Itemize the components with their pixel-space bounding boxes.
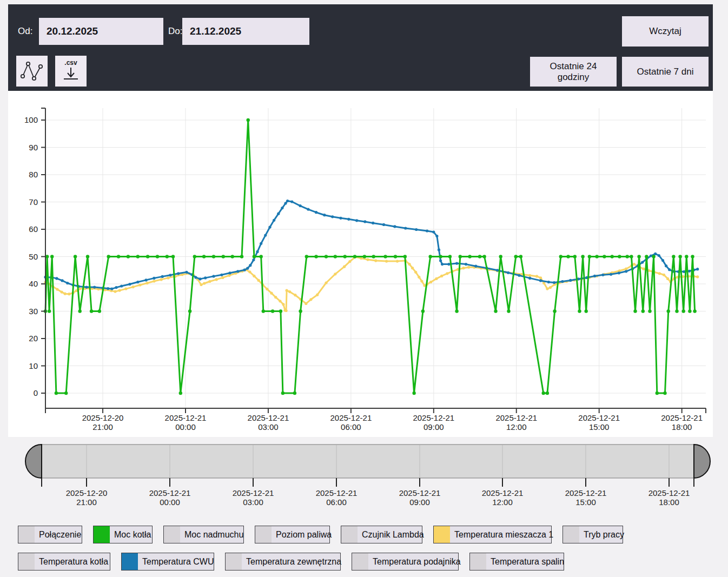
series-marker-temperatura-cwu xyxy=(455,262,458,265)
series-marker-temperatura-cwu xyxy=(618,271,620,274)
series-marker-temperatura-mieszacza-1 xyxy=(633,263,636,266)
series-marker-moc-kot-a xyxy=(166,255,169,258)
series-marker-moc-kot-a xyxy=(546,392,549,395)
series-marker-moc-kot-a xyxy=(55,392,58,395)
series-marker-temperatura-cwu xyxy=(696,268,699,270)
series-marker-temperatura-cwu xyxy=(447,263,450,266)
axis-tick-label: 100 xyxy=(24,115,38,124)
axis-tick-label: 12:00 xyxy=(492,498,513,507)
series-marker-moc-kot-a xyxy=(581,255,584,258)
series-marker-moc-kot-a xyxy=(421,309,425,313)
series-marker-temperatura-mieszacza-1 xyxy=(414,271,417,274)
series-marker-temperatura-cwu xyxy=(198,277,201,280)
series-marker-temperatura-cwu xyxy=(507,271,509,274)
scrollbar-right-handle[interactable] xyxy=(694,445,710,478)
series-marker-temperatura-mieszacza-1 xyxy=(420,280,423,282)
legend-button-poziom-paliwa[interactable]: Poziom paliwa xyxy=(255,526,330,543)
series-marker-temperatura-mieszacza-1 xyxy=(288,290,291,293)
legend-button-temperatura-mieszacza-1[interactable]: Temperatura mieszacza 1 xyxy=(433,526,552,543)
series-marker-temperatura-cwu xyxy=(547,281,550,283)
legend-button-moc-kotła[interactable]: Moc kotła xyxy=(93,526,153,543)
series-marker-moc-kot-a xyxy=(542,392,545,395)
series-marker-temperatura-mieszacza-1 xyxy=(440,275,443,277)
axis-tick-label: 03:00 xyxy=(243,498,263,507)
axis-tick-label: 2025-12-21 xyxy=(399,488,441,498)
series-marker-temperatura-cwu xyxy=(539,279,542,282)
series-marker-moc-kot-a xyxy=(559,255,562,258)
axis-tick-label: 2025-12-21 xyxy=(565,488,607,498)
legend-button-połączenie[interactable]: Połączenie xyxy=(18,526,82,543)
axis-tick-label: 06:00 xyxy=(326,498,347,507)
series-marker-temperatura-cwu xyxy=(474,265,477,268)
series-marker-temperatura-mieszacza-1 xyxy=(539,276,542,279)
series-marker-moc-kot-a xyxy=(573,255,577,258)
series-marker-temperatura-mieszacza-1 xyxy=(658,272,661,275)
series-marker-temperatura-mieszacza-1 xyxy=(286,289,288,292)
series-marker-temperatura-cwu xyxy=(229,271,231,274)
axis-tick-label: 0 xyxy=(34,388,38,397)
axis-tick-label: 2025-12-21 xyxy=(661,413,703,422)
series-marker-temperatura-cwu xyxy=(55,277,58,280)
series-marker-temperatura-cwu xyxy=(246,267,249,270)
legend-label: Temperatura mieszacza 1 xyxy=(450,526,558,543)
series-marker-temperatura-cwu xyxy=(601,274,604,276)
series-marker-moc-kot-a xyxy=(566,255,570,258)
series-marker-temperatura-mieszacza-1 xyxy=(343,266,346,268)
legend-label: Moc nadmuchu xyxy=(180,526,248,543)
axis-tick-label: 15:00 xyxy=(575,498,596,507)
series-marker-temperatura-cwu xyxy=(260,242,262,245)
legend-label: Temperatura CWU xyxy=(138,553,218,570)
series-marker-temperatura-mieszacza-1 xyxy=(666,277,669,280)
axis-tick-label: 03:00 xyxy=(258,422,279,432)
axis-tick-label: 30 xyxy=(29,307,38,316)
axis-tick-label: 18:00 xyxy=(659,498,679,507)
legend-swatch-inactive xyxy=(164,526,180,543)
series-marker-temperatura-mieszacza-1 xyxy=(124,288,127,290)
scrollbar-track[interactable] xyxy=(42,445,694,478)
scrollbar-left-handle[interactable] xyxy=(25,445,42,478)
series-marker-temperatura-cwu xyxy=(115,286,117,289)
legend-label: Połączenie xyxy=(35,526,85,543)
series-marker-moc-kot-a xyxy=(50,255,54,258)
series-marker-temperatura-cwu xyxy=(212,275,215,277)
series-marker-moc-kot-a xyxy=(74,255,77,258)
axis-tick-label: 00:00 xyxy=(160,498,180,507)
series-marker-temperatura-cwu xyxy=(561,280,564,283)
axis-tick-label: 2025-12-21 xyxy=(316,488,358,498)
series-marker-moc-kot-a xyxy=(507,309,510,313)
legend-button-temperatura-zewnętrzna[interactable]: Temperatura zewnętrzna xyxy=(225,553,341,571)
legend-button-temperatura-kotła[interactable]: Temperatura kotła xyxy=(18,553,110,571)
series-marker-moc-kot-a xyxy=(429,255,432,258)
series-marker-moc-kot-a xyxy=(107,255,110,258)
legend-button-temperatura-spalin[interactable]: Temperatura spalin xyxy=(469,553,564,571)
series-marker-temperatura-cwu xyxy=(372,222,374,224)
legend-label: Temperatura zewnętrzna xyxy=(242,553,346,570)
legend-swatch-inactive xyxy=(255,526,272,543)
series-marker-moc-kot-a xyxy=(645,255,648,258)
axis-tick-label: 2025-12-21 xyxy=(578,413,620,422)
axis-tick-label: 2025-12-21 xyxy=(149,488,191,498)
legend-button-czujnik-lambda[interactable]: Czujnik Lambda xyxy=(341,526,422,543)
legend-button-tryb-pracy[interactable]: Tryb pracy xyxy=(562,526,623,543)
legend-button-temperatura-podajnika[interactable]: Temperatura podajnika xyxy=(352,553,459,571)
series-marker-temperatura-mieszacza-1 xyxy=(270,292,273,295)
series-marker-moc-kot-a xyxy=(98,309,101,313)
axis-tick-label: 90 xyxy=(29,143,38,152)
series-marker-moc-kot-a xyxy=(293,392,296,395)
series-marker-temperatura-cwu xyxy=(268,226,271,228)
series-marker-moc-kot-a xyxy=(271,309,274,313)
series-marker-temperatura-cwu xyxy=(290,200,293,203)
series-marker-moc-kot-a xyxy=(663,392,666,395)
series-marker-temperatura-cwu xyxy=(93,286,96,289)
legend-button-moc-nadmuchu[interactable]: Moc nadmuchu xyxy=(163,526,244,543)
series-marker-moc-kot-a xyxy=(325,255,328,258)
series-marker-temperatura-cwu xyxy=(249,264,252,267)
legend-button-temperatura-cwu[interactable]: Temperatura CWU xyxy=(121,553,214,571)
series-marker-temperatura-cwu xyxy=(145,278,148,281)
series-marker-moc-kot-a xyxy=(127,255,130,258)
series-marker-temperatura-mieszacza-1 xyxy=(467,266,470,269)
series-marker-moc-kot-a xyxy=(262,309,265,313)
series-marker-moc-kot-a xyxy=(637,255,640,258)
series-marker-temperatura-cwu xyxy=(496,269,499,271)
series-marker-temperatura-mieszacza-1 xyxy=(208,280,211,283)
